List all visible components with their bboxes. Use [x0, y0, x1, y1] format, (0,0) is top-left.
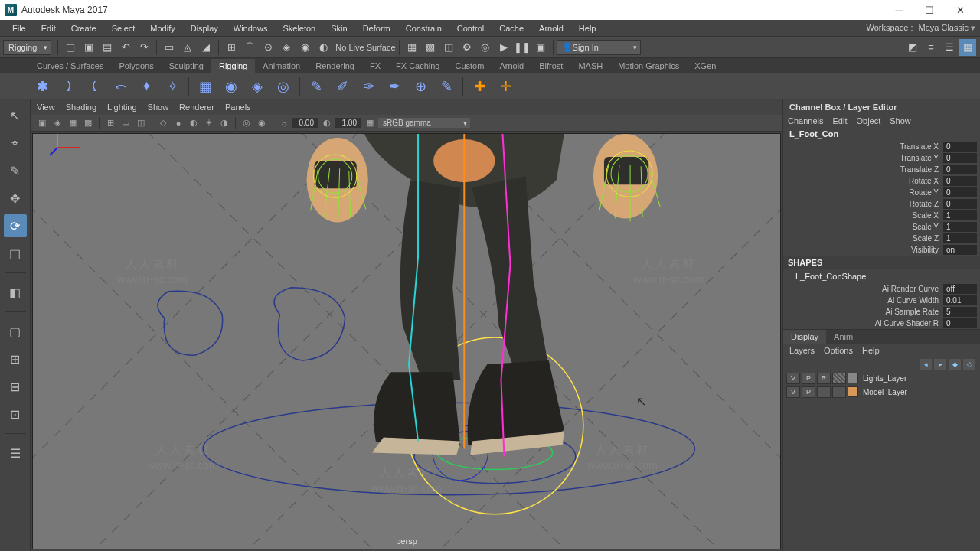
cb-tab-channels[interactable]: Channels [788, 116, 823, 126]
layer-movedown-icon[interactable]: ▸ [934, 359, 946, 370]
edit-weights-icon[interactable]: ✑ [357, 75, 380, 98]
layer-vis-toggle[interactable]: V [786, 373, 800, 384]
vp-iso-icon[interactable]: ◎ [240, 116, 253, 130]
render-view-icon[interactable]: ▦ [403, 39, 420, 56]
ipr-icon[interactable]: ◫ [440, 39, 457, 56]
menu-edit[interactable]: Edit [34, 21, 64, 35]
vp-menu-renderer[interactable]: Renderer [179, 103, 214, 112]
single-view-icon[interactable]: ▢ [4, 320, 27, 343]
vp-shade-icon[interactable]: ● [172, 116, 185, 130]
viewport-persp[interactable]: 人人素材www.rr-sc.com 人人素材www.rr-sc.com 人人素材… [32, 133, 781, 549]
layer-name[interactable]: Lights_Layer [860, 374, 977, 383]
menu-modify[interactable]: Modify [142, 21, 182, 35]
menu-select[interactable]: Select [104, 21, 143, 35]
hypershade-icon[interactable]: ◎ [477, 39, 494, 56]
move-tool-icon[interactable]: ✥ [4, 187, 27, 210]
orient-joint-icon[interactable]: ⤺ [109, 75, 132, 98]
layer-r-toggle[interactable]: R [817, 373, 831, 384]
vp-menu-view[interactable]: View [37, 103, 55, 112]
shelf-tab-rigging[interactable]: Rigging [211, 59, 255, 73]
shelf-tab-bifrost[interactable]: Bifrost [531, 59, 570, 73]
render-globals-icon[interactable]: ⚙ [459, 39, 475, 56]
toggle-tool-icon[interactable]: ☰ [941, 39, 958, 56]
four-view-icon[interactable]: ⊞ [4, 347, 27, 370]
vp-color-icon[interactable]: ▦ [363, 116, 377, 130]
vp-menu-panels[interactable]: Panels [225, 103, 251, 112]
shelf-tab-rendering[interactable]: Rendering [308, 59, 362, 73]
playblast-icon[interactable]: ▶ [495, 39, 512, 56]
signin-dropdown[interactable]: 👤 Sign In [557, 40, 641, 55]
pause-icon[interactable]: ❚❚ [514, 39, 531, 56]
attr-ty-value[interactable]: 0 [943, 153, 977, 163]
shelf-tab-curves[interactable]: Curves / Surfaces [29, 59, 111, 73]
vp-expose-icon[interactable]: ☼ [277, 116, 291, 130]
attr-tz-value[interactable]: 0 [943, 165, 977, 174]
close-button[interactable]: ✕ [945, 0, 975, 20]
shelf-tab-fxcaching[interactable]: FX Caching [388, 59, 447, 73]
new-scene-icon[interactable]: ▢ [62, 39, 79, 56]
layout-a-icon[interactable]: ⊟ [4, 375, 27, 398]
last-tool-icon[interactable]: ◧ [4, 281, 27, 304]
cluster-icon[interactable]: ◉ [220, 75, 243, 98]
layer-p-toggle[interactable]: P [802, 386, 815, 398]
cb-tab-object[interactable]: Object [856, 116, 880, 126]
shelf-tab-fx[interactable]: FX [362, 59, 388, 73]
menu-file[interactable]: File [5, 21, 34, 35]
snap-grid-icon[interactable]: ⊞ [223, 39, 240, 56]
vp-xray-icon[interactable]: ◉ [255, 116, 269, 130]
layer-moveup-icon[interactable]: ◂ [920, 359, 932, 370]
menu-help[interactable]: Help [571, 21, 604, 35]
insert-joint-icon[interactable]: ⤸ [57, 75, 80, 98]
prune-weights-icon[interactable]: ✎ [435, 75, 458, 98]
undo-icon[interactable]: ↶ [117, 39, 134, 56]
paint-tool-icon[interactable]: ✎ [4, 159, 27, 182]
layer-tab-anim[interactable]: Anim [826, 330, 861, 344]
attr-rz-value[interactable]: 0 [943, 199, 977, 209]
render-icon[interactable]: ▣ [532, 39, 549, 56]
joint-tool-icon[interactable]: ✱ [31, 75, 54, 98]
shelf-tab-motion[interactable]: Motion Graphics [610, 59, 687, 73]
shelf-tab-xgen[interactable]: XGen [687, 59, 724, 73]
menu-deform[interactable]: Deform [355, 21, 398, 35]
attr-aicw-value[interactable]: 0.01 [943, 295, 977, 305]
vp-wire-icon[interactable]: ◇ [156, 116, 170, 130]
cb-tab-edit[interactable]: Edit [832, 116, 847, 126]
lattice-icon[interactable]: ▦ [194, 75, 217, 98]
vp-menu-shading[interactable]: Shading [66, 103, 96, 112]
workspace-selector[interactable]: Workspace : Maya Classic ▾ [864, 23, 975, 33]
save-scene-icon[interactable]: ▤ [99, 39, 116, 56]
layer-p-toggle[interactable]: P [802, 373, 815, 384]
constraint2-icon[interactable]: ✛ [494, 75, 517, 98]
menu-display[interactable]: Display [183, 21, 226, 35]
snap-live-icon[interactable]: ◉ [296, 39, 313, 56]
snap-curve-icon[interactable]: ⌒ [241, 39, 258, 56]
vp-menu-show[interactable]: Show [148, 103, 169, 112]
shelf-tab-animation[interactable]: Animation [255, 59, 308, 73]
shelf-tab-polygons[interactable]: Polygons [111, 59, 161, 73]
vp-light-icon[interactable]: ☀ [202, 116, 216, 130]
wire-icon[interactable]: ◈ [246, 75, 269, 98]
toggle-attr-icon[interactable]: ≡ [923, 39, 939, 56]
attr-airc-value[interactable]: off [943, 284, 977, 294]
render-frame-icon[interactable]: ▩ [422, 39, 439, 56]
vp-image-icon[interactable]: ▦ [66, 116, 80, 130]
shelf-tab-sculpting[interactable]: Sculpting [162, 59, 211, 73]
scale-tool-icon[interactable]: ◫ [4, 242, 27, 265]
rotate-tool-icon[interactable]: ⟳ [4, 214, 27, 237]
cb-tab-show[interactable]: Show [890, 116, 911, 126]
vp-grid-icon[interactable]: ⊞ [103, 116, 117, 130]
vp-gamma-value[interactable]: 1.00 [335, 118, 361, 128]
ik-handle-icon[interactable]: ✦ [135, 75, 158, 98]
menu-skeleton[interactable]: Skeleton [275, 21, 323, 35]
layer-row-model[interactable]: V P Model_Layer [783, 385, 980, 399]
layers-menu-layers[interactable]: Layers [789, 346, 815, 355]
menu-create[interactable]: Create [64, 21, 104, 35]
layer-r-toggle[interactable] [817, 386, 831, 398]
redo-icon[interactable]: ↷ [136, 39, 152, 56]
vp-bookmark-icon[interactable]: ◈ [51, 116, 64, 130]
attr-sz-value[interactable]: 1 [943, 233, 977, 243]
vp-res-icon[interactable]: ◫ [134, 116, 148, 130]
minimize-button[interactable]: ─ [884, 0, 914, 20]
shape-name[interactable]: L_Foot_ConShape [783, 269, 980, 283]
quick-rig-icon[interactable]: ✧ [161, 75, 184, 98]
